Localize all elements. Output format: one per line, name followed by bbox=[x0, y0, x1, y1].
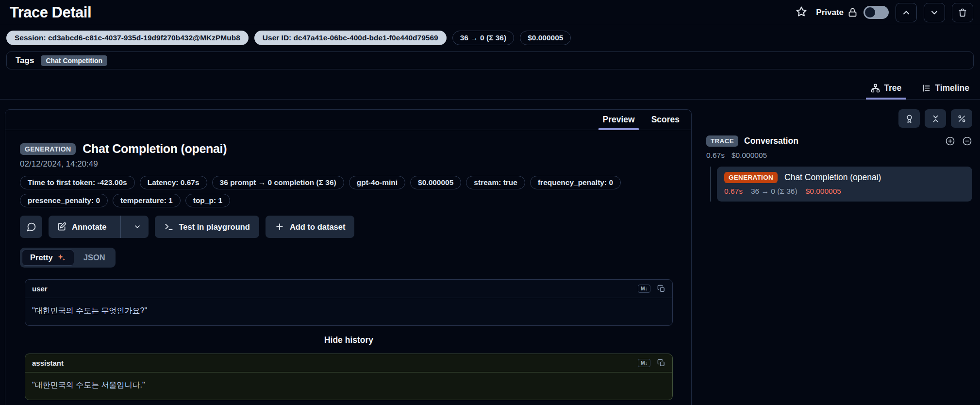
top-bar-actions: Private bbox=[794, 3, 973, 22]
trace-cost: $0.000005 bbox=[731, 151, 767, 160]
annotate-divider bbox=[120, 216, 121, 238]
plus-circle-icon[interactable] bbox=[945, 136, 955, 146]
trace-root-row[interactable]: TRACE Conversation bbox=[706, 135, 972, 147]
tree-toolbar bbox=[706, 109, 972, 128]
add-to-dataset-button[interactable]: Add to dataset bbox=[266, 216, 355, 238]
collapse-all-button[interactable] bbox=[925, 109, 946, 128]
generation-item-header: GENERATION Chat Completion (openai) bbox=[724, 172, 965, 183]
observation-timestamp: 02/12/2024, 14:20:49 bbox=[20, 159, 678, 169]
token-summary-badge: 36 → 0 (Σ 36) bbox=[452, 31, 514, 45]
star-icon bbox=[796, 6, 807, 17]
privacy-control[interactable]: Private bbox=[816, 6, 889, 19]
markdown-icon[interactable]: M↓ bbox=[638, 359, 650, 367]
observation-title: Chat Completion (openai) bbox=[83, 142, 227, 156]
trash-icon bbox=[958, 8, 967, 17]
generation-latency: 0.67s bbox=[724, 187, 743, 196]
chevron-down-icon bbox=[930, 8, 939, 17]
format-pretty[interactable]: Pretty bbox=[22, 250, 74, 266]
trace-title: Conversation bbox=[744, 136, 945, 146]
session-badge[interactable]: Session: cd3abcd6-c81c-4037-935d-19d9f27… bbox=[6, 31, 249, 45]
tags-row[interactable]: Tags Chat Competition bbox=[6, 51, 974, 69]
public-toggle[interactable] bbox=[864, 6, 889, 19]
timeline-icon bbox=[922, 84, 931, 93]
stat-pill: presence_penalty: 0 bbox=[20, 194, 108, 207]
view-tabs: Tree Timeline bbox=[0, 76, 980, 100]
generation-badge: GENERATION bbox=[724, 172, 778, 183]
annotate-button[interactable]: Annotate bbox=[49, 216, 149, 238]
stat-pill: Latency: 0.67s bbox=[140, 176, 207, 189]
message-content: "대한민국의 수도는 무엇인가요?" bbox=[25, 298, 672, 325]
hide-history-toggle[interactable]: Hide history bbox=[25, 326, 673, 354]
format-json[interactable]: JSON bbox=[75, 250, 114, 266]
stat-pill: frequency_penalty: 0 bbox=[530, 176, 621, 189]
trace-tree-panel: TRACE Conversation 0.67s $0.000005 GENER… bbox=[706, 109, 974, 202]
tab-scores[interactable]: Scores bbox=[649, 114, 681, 130]
fold-vertical-icon bbox=[931, 114, 940, 123]
plus-icon bbox=[275, 222, 284, 232]
terminal-icon bbox=[164, 222, 174, 232]
user-id-badge[interactable]: User ID: dc47a41e-06bc-400d-bde1-f0e440d… bbox=[254, 31, 447, 45]
copy-icon[interactable] bbox=[657, 285, 665, 293]
observation-header: GENERATION Chat Completion (openai) bbox=[20, 142, 678, 156]
main-content: Preview Scores GENERATION Chat Completio… bbox=[0, 100, 980, 405]
message-user-1: user M↓ "대한민국의 수도는 무엇인가요?" bbox=[25, 279, 673, 326]
generation-tree-item[interactable]: GENERATION Chat Completion (openai) 0.67… bbox=[717, 167, 972, 202]
tree-children: GENERATION Chat Completion (openai) 0.67… bbox=[710, 167, 972, 202]
id-badges-row: Session: cd3abcd6-c81c-4037-935d-19d9f27… bbox=[0, 25, 980, 51]
percent-icon bbox=[957, 114, 966, 123]
stat-pill: gpt-4o-mini bbox=[349, 176, 405, 189]
message-content: "대한민국의 수도는 서울입니다." bbox=[25, 372, 672, 400]
next-trace-button[interactable] bbox=[924, 3, 945, 22]
message-role: user bbox=[32, 285, 48, 293]
delete-trace-button[interactable] bbox=[952, 3, 973, 22]
markdown-icon[interactable]: M↓ bbox=[638, 285, 650, 293]
comment-button[interactable] bbox=[20, 216, 42, 238]
add-to-dataset-label: Add to dataset bbox=[290, 222, 346, 232]
tab-timeline-label: Timeline bbox=[935, 83, 969, 93]
tag-badge[interactable]: Chat Competition bbox=[41, 55, 107, 66]
format-json-label: JSON bbox=[83, 253, 105, 262]
format-pretty-label: Pretty bbox=[30, 253, 53, 262]
generation-cost: $0.000005 bbox=[806, 187, 841, 196]
lock-icon bbox=[847, 7, 858, 17]
annotate-dropdown[interactable] bbox=[126, 216, 149, 238]
trace-row-actions bbox=[945, 136, 972, 146]
message-header: assistant M↓ bbox=[25, 354, 672, 372]
generation-item-title: Chat Completion (openai) bbox=[784, 172, 881, 183]
generation-item-metrics: 0.67s 36 → 0 (Σ 36) $0.000005 bbox=[724, 187, 965, 196]
privacy-label: Private bbox=[816, 8, 844, 17]
trace-latency: 0.67s bbox=[706, 151, 725, 160]
stat-pills: Time to first token: -423.00sLatency: 0.… bbox=[20, 176, 678, 207]
message-tools: M↓ bbox=[638, 285, 665, 293]
observation-body: GENERATION Chat Completion (openai) 02/1… bbox=[5, 130, 691, 405]
message-role: assistant bbox=[32, 359, 64, 367]
annotate-label: Annotate bbox=[72, 222, 107, 232]
tab-tree-label: Tree bbox=[884, 83, 901, 93]
test-in-playground-button[interactable]: Test in playground bbox=[155, 216, 259, 238]
stat-pill: top_p: 1 bbox=[185, 194, 230, 207]
tree-icon bbox=[871, 84, 880, 93]
generation-tokens: 36 → 0 (Σ 36) bbox=[751, 187, 797, 196]
minus-circle-icon[interactable] bbox=[962, 136, 972, 146]
comment-icon bbox=[26, 222, 36, 232]
prev-trace-button[interactable] bbox=[896, 3, 917, 22]
trace-badge: TRACE bbox=[706, 135, 738, 147]
messages-list: user M↓ "대한민국의 수도는 무엇인가요?" Hide history … bbox=[25, 279, 673, 405]
tab-preview[interactable]: Preview bbox=[600, 114, 636, 130]
trace-metrics: 0.67s $0.000005 bbox=[706, 151, 972, 160]
metrics-toggle-button[interactable] bbox=[951, 109, 972, 128]
scores-toggle-button[interactable] bbox=[898, 109, 920, 128]
sparkles-icon bbox=[57, 253, 66, 262]
annotate-main[interactable]: Annotate bbox=[49, 216, 115, 238]
copy-icon[interactable] bbox=[657, 359, 665, 367]
tags-label: Tags bbox=[16, 56, 34, 66]
tab-tree[interactable]: Tree bbox=[869, 81, 903, 99]
tab-timeline[interactable]: Timeline bbox=[920, 81, 971, 99]
generation-type-badge: GENERATION bbox=[20, 143, 76, 155]
message-tools: M↓ bbox=[638, 359, 665, 367]
bookmark-button[interactable] bbox=[794, 4, 809, 21]
toggle-knob bbox=[865, 7, 875, 17]
stat-pill: stream: true bbox=[466, 176, 525, 189]
chevron-up-icon bbox=[901, 8, 911, 17]
page-title: Trace Detail bbox=[10, 4, 91, 21]
